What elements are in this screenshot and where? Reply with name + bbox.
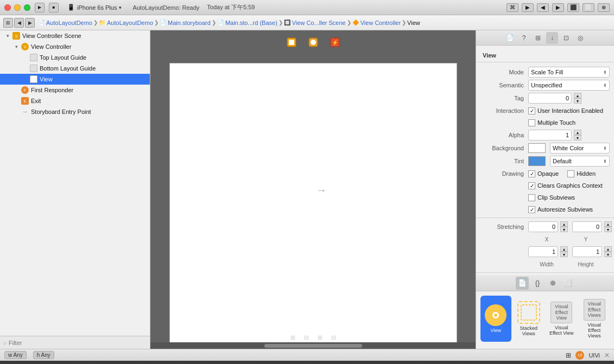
- scheme-button[interactable]: ⌘: [507, 3, 518, 12]
- library-item-visual-effect-views[interactable]: Visual Effect Views Visual Effect Views: [579, 296, 610, 342]
- breadcrumb-item-autolayoutdemo2[interactable]: 📁 AutoLayoutDemo: [99, 20, 153, 26]
- sidebar-item-vc[interactable]: ▾ V View Controller: [0, 41, 150, 52]
- tab-size[interactable]: ⊡: [560, 32, 572, 44]
- clears-graphics-control: ✓ Clears Graphics Context: [528, 182, 610, 189]
- panel1-button[interactable]: ⬛: [567, 3, 579, 12]
- stretch-w-input[interactable]: 1: [528, 246, 558, 257]
- lib-tab-snippets[interactable]: ⊕: [546, 277, 559, 290]
- sidebar-item-top-layout[interactable]: ▾ Top Layout Guide: [0, 52, 150, 63]
- filter-input[interactable]: [9, 340, 147, 346]
- opaque-label: Opaque: [537, 170, 559, 177]
- lib-ve-label: Visual Effect View: [548, 325, 575, 336]
- checkmark-icon: ✓: [530, 108, 534, 114]
- multiple-touch-checkbox[interactable]: [528, 119, 535, 126]
- user-interaction-checkbox[interactable]: ✓: [528, 107, 535, 114]
- scrollbar-thumb[interactable]: [264, 344, 362, 348]
- canvas-size-icon-2[interactable]: ⊟: [304, 334, 309, 341]
- clip-subviews-checkbox[interactable]: [528, 194, 535, 201]
- background-select[interactable]: White Color ⬍: [550, 143, 610, 154]
- nav-back-button[interactable]: ◀: [14, 18, 24, 28]
- close-button[interactable]: [4, 4, 11, 11]
- autoresize-checkbox[interactable]: ✓: [528, 206, 535, 213]
- stretching-x-control: 0 ▲ ▼ 0 ▲ ▼: [528, 221, 612, 232]
- library-item-view[interactable]: View: [480, 296, 511, 342]
- size-class-h[interactable]: h Any: [33, 351, 54, 359]
- divider-library: [476, 272, 614, 273]
- library-item-visual-effect[interactable]: Visual Effect View Visual Effect View: [546, 296, 577, 342]
- canvas-size-icon-4[interactable]: ⊟: [331, 334, 336, 341]
- minimize-button[interactable]: [14, 4, 21, 11]
- forward-button[interactable]: ▶: [552, 3, 564, 12]
- stretch-h-input[interactable]: 1: [572, 246, 602, 257]
- canvas-scrollbar[interactable]: [150, 342, 476, 349]
- size-class-w[interactable]: w Any: [4, 351, 27, 359]
- tag-input[interactable]: 0: [528, 93, 572, 104]
- background-swatch[interactable]: [528, 143, 546, 153]
- play-button[interactable]: ▶: [35, 3, 45, 12]
- clears-graphics-checkbox[interactable]: ✓: [528, 182, 535, 189]
- canvas-tool-1[interactable]: [284, 35, 299, 50]
- breadcrumb-item-autolayoutdemo1[interactable]: 📄 AutoLayoutDemo: [38, 20, 92, 26]
- semantic-select[interactable]: Unspecified ⬍: [528, 80, 610, 91]
- opaque-checkmark: ✓: [530, 171, 534, 177]
- lib-tab-objects[interactable]: 📄: [516, 277, 529, 290]
- sidebar-item-exit[interactable]: ▾ E Exit: [0, 95, 150, 106]
- run-button[interactable]: ▶: [522, 3, 534, 12]
- library-item-view2[interactable]: View: [480, 344, 511, 349]
- stretch-x-up[interactable]: ▲: [560, 221, 568, 227]
- breadcrumb-item-main-storyboard[interactable]: 📄 Main.storyboard: [160, 20, 211, 26]
- mode-select[interactable]: Scale To Fill ⬍: [528, 67, 610, 78]
- alpha-step-up[interactable]: ▲: [574, 130, 581, 135]
- canvas-tool-2[interactable]: [306, 35, 321, 50]
- breadcrumb-item-view[interactable]: View: [407, 20, 420, 26]
- hidden-checkbox[interactable]: [567, 170, 574, 177]
- breadcrumb-item-main-base[interactable]: 📄 Main.sto...rd (Base): [217, 20, 277, 26]
- sidebar-item-view[interactable]: ▾ View: [0, 74, 150, 85]
- panel3-button[interactable]: ⊕: [598, 3, 610, 12]
- sidebar-item-entry-point[interactable]: ▾ → Storyboard Entry Point: [0, 106, 150, 117]
- stretch-h-down[interactable]: ▼: [604, 252, 612, 257]
- alpha-input[interactable]: 1: [528, 130, 572, 141]
- breadcrumb-item-vc-scene[interactable]: 🔲 View Co...ller Scene: [284, 20, 346, 26]
- tint-swatch[interactable]: [528, 156, 546, 166]
- tint-select[interactable]: Default ⬍: [550, 156, 610, 167]
- tag-step-up[interactable]: ▲: [574, 93, 581, 98]
- stop-button[interactable]: ■: [49, 3, 59, 12]
- canvas-tool-3[interactable]: ⚡: [327, 35, 343, 50]
- lib-tab-custom[interactable]: ⬜: [561, 277, 574, 290]
- nav-forward-button[interactable]: ▶: [25, 18, 35, 28]
- stretch-x-down[interactable]: ▼: [560, 227, 568, 232]
- fullscreen-button[interactable]: [24, 4, 30, 11]
- canvas-size-icon-3[interactable]: ⊞: [318, 334, 322, 341]
- stretch-w-up[interactable]: ▲: [560, 246, 568, 252]
- stretch-x-input[interactable]: 0: [528, 221, 558, 232]
- tab-identity[interactable]: ⊞: [532, 32, 544, 44]
- stretch-y-up[interactable]: ▲: [604, 221, 612, 227]
- tab-attributes[interactable]: ↓: [546, 32, 558, 44]
- opaque-checkbox[interactable]: ✓: [528, 170, 535, 177]
- svg-rect-8: [494, 314, 497, 317]
- breadcrumb-item-vc[interactable]: 🔶 View Controller: [352, 20, 401, 26]
- lib-tab-media[interactable]: {}: [531, 277, 544, 290]
- alpha-step-down[interactable]: ▼: [574, 135, 581, 141]
- grid-icon[interactable]: ⊞: [566, 352, 571, 359]
- stretch-y-input[interactable]: 0: [572, 221, 602, 232]
- uivi-label: UIVi: [588, 352, 600, 359]
- stretch-y-down[interactable]: ▼: [604, 227, 612, 232]
- tag-step-down[interactable]: ▼: [574, 98, 581, 104]
- sidebar-item-vc-scene[interactable]: ▾ S View Controller Scene: [0, 30, 150, 41]
- library-item-stacked[interactable]: Stacked Views: [514, 296, 545, 342]
- sidebar-item-first-responder[interactable]: ▾ F First Responder: [0, 85, 150, 95]
- nav-grid-button[interactable]: ⊞: [3, 18, 13, 28]
- device-selector[interactable]: 📱 iPhone 6s Plus ▾: [67, 4, 122, 11]
- panel2-button[interactable]: ⬜: [583, 3, 594, 12]
- tab-file[interactable]: 📄: [504, 32, 516, 44]
- tab-quick-help[interactable]: ?: [518, 32, 530, 44]
- sidebar-item-bottom-layout[interactable]: ▾ Bottom Layout Guide: [0, 63, 150, 74]
- stretch-h-up[interactable]: ▲: [604, 246, 612, 252]
- back-button[interactable]: ◀: [537, 3, 549, 12]
- close-icon[interactable]: ✕: [604, 352, 610, 359]
- stretch-w-down[interactable]: ▼: [560, 252, 568, 257]
- canvas-size-icon-1[interactable]: ⊞: [290, 334, 295, 341]
- tab-connections[interactable]: ◎: [574, 32, 586, 44]
